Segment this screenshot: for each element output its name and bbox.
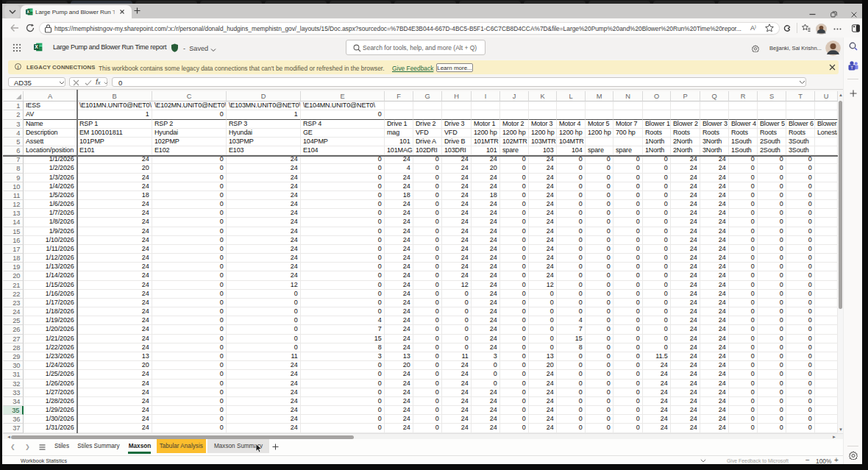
svg-text:T: T [850,65,853,69]
svg-text:X: X [26,10,29,14]
svg-text:X: X [35,44,38,49]
